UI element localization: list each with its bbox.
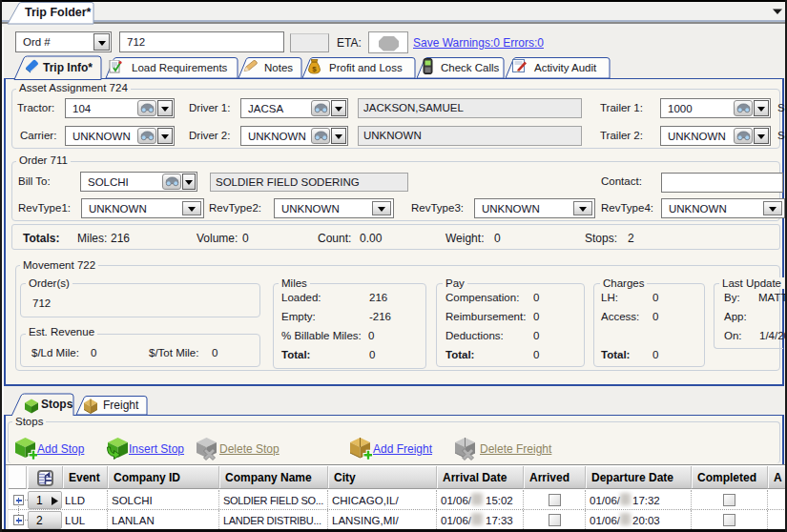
svg-text:$: $	[312, 65, 317, 73]
